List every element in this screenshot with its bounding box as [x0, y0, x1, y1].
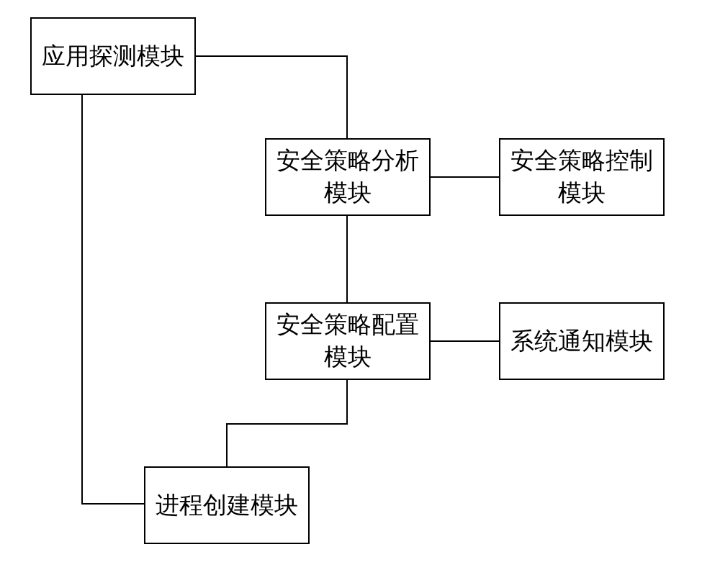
- node-policy-analysis-label: 安全策略分析模块: [274, 145, 422, 209]
- edge-policyconfig-processcreate-v1: [346, 380, 348, 425]
- node-app-detect-label: 应用探测模块: [42, 40, 184, 73]
- edge-appdetect-processcreate-h: [81, 503, 144, 505]
- node-policy-control: 安全策略控制模块: [499, 138, 665, 216]
- node-process-create: 进程创建模块: [144, 466, 310, 544]
- diagram-canvas: 应用探测模块 安全策略分析模块 安全策略控制模块 安全策略配置模块 系统通知模块…: [0, 0, 720, 588]
- edge-appdetect-policyanalysis-v: [346, 55, 348, 138]
- node-policy-config: 安全策略配置模块: [265, 302, 431, 380]
- node-policy-analysis: 安全策略分析模块: [265, 138, 431, 216]
- node-policy-config-label: 安全策略配置模块: [274, 309, 422, 373]
- edge-policyconfig-processcreate-v2: [226, 423, 228, 466]
- node-policy-control-label: 安全策略控制模块: [508, 145, 656, 209]
- node-app-detect: 应用探测模块: [30, 17, 196, 95]
- edge-appdetect-policyanalysis-h: [196, 55, 348, 57]
- node-system-notify: 系统通知模块: [499, 302, 665, 380]
- node-system-notify-label: 系统通知模块: [510, 325, 653, 358]
- edge-policyanalysis-policyconfig: [346, 216, 348, 302]
- node-process-create-label: 进程创建模块: [156, 489, 298, 522]
- edge-policyanalysis-policycontrol: [431, 176, 499, 178]
- edge-policyconfig-processcreate-h: [226, 423, 348, 425]
- edge-policyconfig-systemnotify: [431, 340, 499, 342]
- edge-appdetect-processcreate-v: [81, 95, 83, 505]
